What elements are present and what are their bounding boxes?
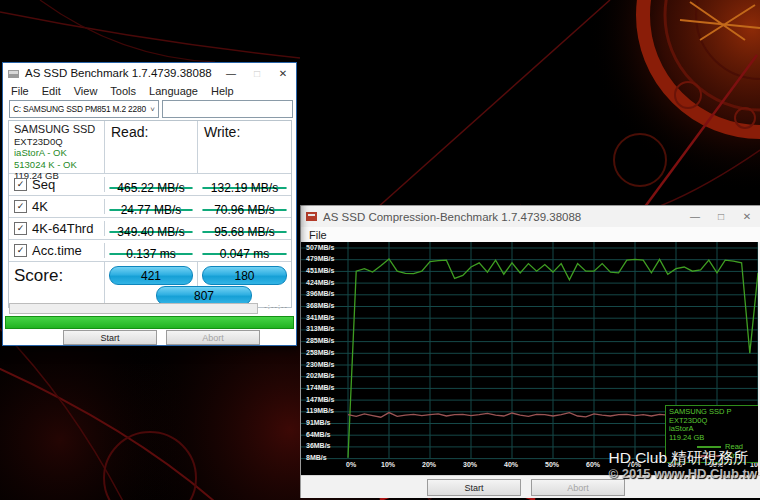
menu-tools[interactable]: Tools bbox=[110, 85, 136, 97]
y-axis-tick-label: 479MB/s bbox=[306, 255, 334, 262]
row-label: 4K-64Thrd bbox=[32, 221, 93, 236]
acctime-read-result: 0.137 ms bbox=[109, 253, 193, 255]
menu-file[interactable]: File bbox=[309, 229, 327, 241]
title-bar[interactable]: AS SSD Benchmark 1.7.4739.38088 — □ ✕ bbox=[3, 63, 296, 83]
compression-chart: 507MB/s479MB/s451MB/s424MB/s396MB/s368MB… bbox=[301, 242, 758, 475]
read-line-swatch bbox=[697, 446, 721, 448]
table-row-seq: ✓ Seq 465.22 MB/s 132.19 MB/s bbox=[9, 174, 291, 196]
legend-drive-capacity: 119.24 GB bbox=[669, 434, 757, 443]
seq-checkbox[interactable]: ✓ bbox=[14, 178, 27, 191]
close-button[interactable]: ✕ bbox=[734, 206, 760, 227]
row-label: Acc.time bbox=[32, 243, 82, 258]
table-row-4k: ✓ 4K 24.77 MB/s 70.96 MB/s bbox=[9, 196, 291, 218]
y-axis-tick-label: 451MB/s bbox=[306, 267, 334, 274]
y-axis-tick-label: 64MB/s bbox=[306, 431, 331, 438]
progress-bar bbox=[9, 303, 258, 314]
y-axis-tick-label: 230MB/s bbox=[306, 361, 334, 368]
row-label: Seq bbox=[32, 177, 55, 192]
minimize-button[interactable]: — bbox=[218, 63, 244, 83]
menu-view[interactable]: View bbox=[74, 85, 98, 97]
read-score: 421 bbox=[109, 266, 193, 285]
menu-bar: File Edit View Tools Language Help bbox=[3, 83, 296, 99]
4k-checkbox[interactable]: ✓ bbox=[14, 200, 27, 213]
4k-write-result: 70.96 MB/s bbox=[202, 209, 287, 211]
chevron-down-icon: ˅ bbox=[147, 105, 158, 114]
y-axis-tick-label: 507MB/s bbox=[306, 244, 334, 251]
x-axis-tick-label: 30% bbox=[463, 461, 477, 468]
write-score: 180 bbox=[202, 266, 287, 285]
maximize-button[interactable]: □ bbox=[708, 206, 734, 227]
overall-progress-bar bbox=[5, 316, 294, 329]
as-ssd-benchmark-window: AS SSD Benchmark 1.7.4739.38088 — □ ✕ Fi… bbox=[2, 62, 297, 346]
drive-select-value: C: SAMSUNG SSD PM851 M.2 2280 128GB bbox=[10, 104, 147, 114]
write-column-header: Write: bbox=[198, 121, 291, 173]
menu-language[interactable]: Language bbox=[149, 85, 198, 97]
x-axis-tick-label: 10% bbox=[381, 461, 395, 468]
y-axis-tick-label: 341MB/s bbox=[306, 314, 334, 321]
y-axis-tick-label: 8MB/s bbox=[306, 454, 327, 461]
window-title: AS SSD Compression-Benchmark 1.7.4739.38… bbox=[323, 211, 581, 223]
menu-edit[interactable]: Edit bbox=[42, 85, 61, 97]
y-axis-tick-label: 285MB/s bbox=[306, 337, 334, 344]
4k64-write-result: 95.68 MB/s bbox=[202, 231, 287, 233]
4k64-checkbox[interactable]: ✓ bbox=[14, 222, 27, 235]
legend-drive-driver: iaStorA bbox=[669, 425, 757, 434]
table-row-acctime: ✓ Acc.time 0.137 ms 0.047 ms bbox=[9, 240, 291, 262]
x-axis-tick-label: 0% bbox=[346, 461, 356, 468]
y-axis-tick-label: 368MB/s bbox=[306, 302, 334, 309]
row-label: 4K bbox=[32, 199, 48, 214]
x-axis-tick-label: 50% bbox=[545, 461, 559, 468]
start-button[interactable]: Start bbox=[427, 479, 521, 496]
y-axis-tick-label: 36MB/s bbox=[306, 442, 331, 449]
watermark-copyright: © 2015 www.HD.Club.tw bbox=[608, 466, 757, 482]
acctime-write-result: 0.047 ms bbox=[202, 253, 287, 255]
x-axis-tick-label: 40% bbox=[504, 461, 518, 468]
offset-status: 513024 K - OK bbox=[14, 159, 104, 171]
y-axis-tick-label: 396MB/s bbox=[306, 290, 334, 297]
y-axis-tick-label: 258MB/s bbox=[306, 349, 334, 356]
drive-model: SAMSUNG SSD bbox=[14, 124, 104, 136]
acctime-checkbox[interactable]: ✓ bbox=[14, 244, 27, 257]
4k-read-result: 24.77 MB/s bbox=[109, 209, 193, 211]
table-row-4k64: ✓ 4K-64Thrd 349.40 MB/s 95.68 MB/s bbox=[9, 218, 291, 240]
app-icon bbox=[306, 211, 318, 222]
abort-button: Abort bbox=[166, 330, 260, 345]
desktop: { "watermark": { "line1": "HD.Club 精研視務所… bbox=[0, 0, 760, 500]
score-row: Score: 421 180 807 bbox=[9, 262, 291, 307]
size-select[interactable] bbox=[162, 100, 293, 118]
app-icon bbox=[8, 68, 20, 79]
y-axis-tick-label: 119MB/s bbox=[306, 407, 334, 414]
menu-bar: File bbox=[301, 227, 760, 242]
start-button[interactable]: Start bbox=[63, 330, 157, 345]
drive-info-panel: SAMSUNG SSD EXT23D0Q iaStorA - OK 513024… bbox=[9, 121, 105, 173]
y-axis-tick-label: 313MB/s bbox=[306, 325, 334, 332]
seq-write-result: 132.19 MB/s bbox=[202, 187, 287, 189]
4k64-read-result: 349.40 MB/s bbox=[109, 231, 193, 233]
seq-read-result: 465.22 MB/s bbox=[109, 187, 193, 189]
eta-text: -:--:-- bbox=[264, 302, 288, 311]
title-bar[interactable]: AS SSD Compression-Benchmark 1.7.4739.38… bbox=[301, 206, 760, 227]
y-axis-tick-label: 147MB/s bbox=[306, 396, 334, 403]
y-axis-tick-label: 424MB/s bbox=[306, 279, 334, 286]
driver-status: iaStorA - OK bbox=[14, 147, 104, 159]
menu-help[interactable]: Help bbox=[211, 85, 234, 97]
x-axis-tick-label: 20% bbox=[422, 461, 436, 468]
score-label: Score: bbox=[9, 262, 105, 307]
legend-drive-model: SAMSUNG SSD P bbox=[669, 408, 757, 417]
watermark-site-name: HD.Club 精研視務所 bbox=[608, 450, 757, 466]
minimize-button[interactable]: — bbox=[682, 206, 708, 227]
watermark: HD.Club 精研視務所 © 2015 www.HD.Club.tw bbox=[608, 450, 757, 482]
y-axis-tick-label: 91MB/s bbox=[306, 419, 331, 426]
legend-drive-firmware: EXT23D0Q bbox=[669, 417, 757, 426]
menu-file[interactable]: File bbox=[11, 85, 29, 97]
x-axis-tick-label: 60% bbox=[586, 461, 600, 468]
y-axis-tick-label: 202MB/s bbox=[306, 372, 334, 379]
y-axis-tick-label: 174MB/s bbox=[306, 384, 334, 391]
close-button[interactable]: ✕ bbox=[270, 63, 296, 83]
window-title: AS SSD Benchmark 1.7.4739.38088 bbox=[25, 67, 212, 79]
read-column-header: Read: bbox=[105, 121, 198, 173]
drive-select[interactable]: C: SAMSUNG SSD PM851 M.2 2280 128GB ˅ bbox=[9, 100, 159, 118]
maximize-button: □ bbox=[244, 63, 270, 83]
drive-firmware: EXT23D0Q bbox=[14, 136, 104, 148]
results-table: SAMSUNG SSD EXT23D0Q iaStorA - OK 513024… bbox=[8, 120, 292, 308]
